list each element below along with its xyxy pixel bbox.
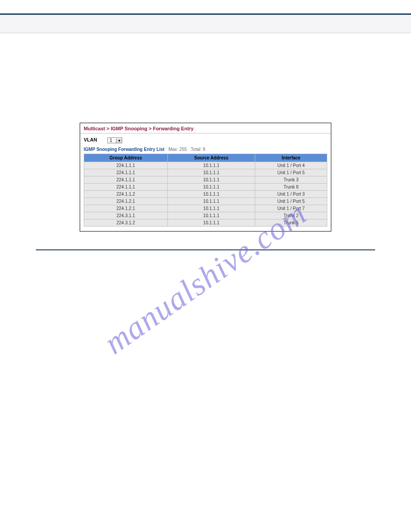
cell-group: 224.1.1.1: [84, 183, 168, 190]
cell-interface: Unit 1 / Port 3: [255, 190, 327, 197]
cell-source: 10.1.1.1: [167, 190, 255, 197]
col-interface: Interface: [255, 154, 327, 162]
table-row: 224.1.1.1 10.1.1.1 Trunk 3: [84, 176, 327, 183]
chevron-down-icon[interactable]: ▼: [116, 139, 122, 143]
table-row: 224.3.1.1 10.1.1.1 Trunk 2: [84, 212, 327, 219]
cell-source: 10.1.1.1: [167, 176, 255, 183]
cell-source: 10.1.1.1: [167, 183, 255, 190]
vlan-select[interactable]: 1 ▼: [107, 137, 122, 143]
breadcrumb: Multicast > IGMP Snooping > Forwarding E…: [80, 123, 331, 133]
cell-source: 10.1.1.1: [167, 169, 255, 176]
cell-interface: Unit 1 / Port 5: [255, 197, 327, 205]
vlan-row: VLAN 1 ▼: [80, 133, 331, 146]
cell-group: 224.1.2.1: [84, 197, 168, 205]
cell-interface: Trunk 2: [255, 212, 327, 219]
table-row: 224.1.1.1 10.1.1.1 Trunk 8: [84, 183, 327, 190]
cell-group: 224.1.2.1: [84, 205, 168, 212]
vlan-label: VLAN: [84, 137, 106, 142]
table-row: 224.1.2.1 10.1.1.1 Unit 1 / Port 7: [84, 205, 327, 212]
table-row: 224.1.1.1 10.1.1.1 Unit 1 / Port 5: [84, 169, 327, 176]
col-source-address: Source Address: [167, 154, 255, 162]
cell-source: 10.1.1.1: [167, 197, 255, 205]
cell-interface: Trunk 3: [255, 176, 327, 183]
vlan-select-value: 1: [110, 138, 112, 143]
cell-group: 224.3.1.2: [84, 219, 168, 226]
cell-source: 10.1.1.1: [167, 212, 255, 219]
list-title: IGMP Snooping Forwarding Entry List: [84, 147, 164, 152]
table-row: 224.3.1.2 10.1.1.1 Trunk 5: [84, 219, 327, 226]
forwarding-table: Group Address Source Address Interface 2…: [84, 154, 327, 227]
list-title-row: IGMP Snooping Forwarding Entry List Max:…: [80, 146, 331, 154]
cell-interface: Unit 1 / Port 5: [255, 169, 327, 176]
cell-interface: Trunk 8: [255, 183, 327, 190]
col-group-address: Group Address: [84, 154, 168, 162]
table-row: 224.1.1.2 10.1.1.1 Unit 1 / Port 3: [84, 190, 327, 197]
cell-source: 10.1.1.1: [167, 162, 255, 169]
cell-source: 10.1.1.1: [167, 205, 255, 212]
section-divider: [36, 249, 375, 250]
cell-group: 224.3.1.1: [84, 212, 168, 219]
cell-group: 224.1.1.1: [84, 176, 168, 183]
cell-interface: Unit 1 / Port 7: [255, 205, 327, 212]
table-row: 224.1.2.1 10.1.1.1 Unit 1 / Port 5: [84, 197, 327, 205]
cell-interface: Trunk 5: [255, 219, 327, 226]
table-row: 224.1.1.1 10.1.1.1 Unit 1 / Port 4: [84, 162, 327, 169]
cell-group: 224.1.1.1: [84, 162, 168, 169]
cell-group: 224.1.1.1: [84, 169, 168, 176]
page-header-bar: [0, 13, 411, 33]
cell-source: 10.1.1.1: [167, 219, 255, 226]
config-panel: Multicast > IGMP Snooping > Forwarding E…: [80, 123, 331, 232]
list-total: Total: 9: [191, 147, 205, 152]
cell-interface: Unit 1 / Port 4: [255, 162, 327, 169]
cell-group: 224.1.1.2: [84, 190, 168, 197]
table-header-row: Group Address Source Address Interface: [84, 154, 327, 162]
list-max: Max: 255: [168, 147, 187, 152]
